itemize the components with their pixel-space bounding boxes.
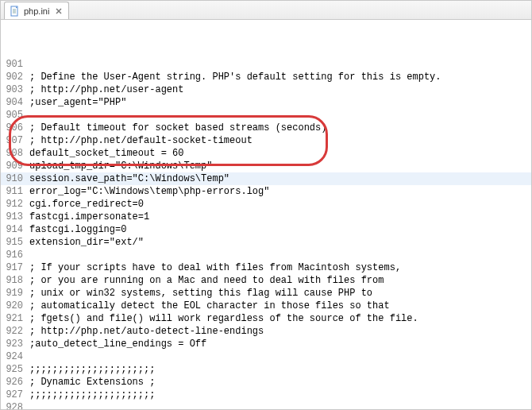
code-line[interactable]: 919; unix or win32 systems, setting this… xyxy=(1,287,531,300)
line-number: 905 xyxy=(1,109,26,122)
line-text: ;user_agent="PHP" xyxy=(26,96,126,109)
line-number: 901 xyxy=(1,58,26,71)
line-number: 924 xyxy=(1,350,26,363)
code-line[interactable]: 922; http://php.net/auto-detect-line-end… xyxy=(1,325,531,338)
line-text: ; Dynamic Extensions ; xyxy=(26,376,155,389)
close-icon[interactable] xyxy=(54,6,64,16)
code-line[interactable]: 907; http://php.net/default-socket-timeo… xyxy=(1,134,531,147)
code-line[interactable]: 926; Dynamic Extensions ; xyxy=(1,376,531,389)
code-line[interactable]: 908default_socket_timeout = 60 xyxy=(1,147,531,160)
line-number: 919 xyxy=(1,287,26,300)
code-line[interactable]: 917; If your scripts have to deal with f… xyxy=(1,261,531,274)
line-text: ; automatically detect the EOL character… xyxy=(26,300,390,312)
line-text: ;;;;;;;;;;;;;;;;;;;;;; xyxy=(26,363,155,376)
line-text: session.save_path="C:\Windows\Temp" xyxy=(26,172,229,185)
line-text: ; http://php.net/user-agent xyxy=(26,83,183,96)
line-number: 925 xyxy=(1,363,26,376)
line-number: 918 xyxy=(1,274,26,287)
line-number: 921 xyxy=(1,312,26,325)
line-text: fastcgi.logging=0 xyxy=(26,223,126,236)
line-number: 917 xyxy=(1,261,26,274)
code-line[interactable]: 916 xyxy=(1,249,531,261)
line-number: 907 xyxy=(1,134,26,147)
line-number: 910 xyxy=(1,172,26,185)
code-line[interactable]: 903; http://php.net/user-agent xyxy=(1,83,531,96)
code-line[interactable]: 912cgi.force_redirect=0 xyxy=(1,198,531,211)
code-line[interactable]: 905 xyxy=(1,109,531,122)
code-line[interactable]: 914fastcgi.logging=0 xyxy=(1,223,531,236)
line-number: 906 xyxy=(1,122,26,134)
line-number: 912 xyxy=(1,198,26,211)
line-number: 908 xyxy=(1,147,26,160)
line-number: 911 xyxy=(1,185,26,198)
code-line[interactable]: 928 xyxy=(1,401,531,409)
line-text: ; http://php.net/default-socket-timeout xyxy=(26,134,253,147)
line-text: ;auto_detect_line_endings = Off xyxy=(26,338,206,350)
line-number: 902 xyxy=(1,71,26,83)
line-number: 928 xyxy=(1,401,26,409)
code-line[interactable]: 925;;;;;;;;;;;;;;;;;;;;;; xyxy=(1,363,531,376)
line-number: 922 xyxy=(1,325,26,338)
code-line[interactable]: 902; Define the User-Agent string. PHP's… xyxy=(1,71,531,83)
line-number: 914 xyxy=(1,223,26,236)
editor-window: php.ini 901902; Define the User-Agent st… xyxy=(0,0,532,410)
code-line[interactable]: 924 xyxy=(1,350,531,363)
code-line[interactable]: 909upload_tmp_dir="C:\Windows\Temp" xyxy=(1,160,531,172)
tab-label: php.ini xyxy=(24,6,49,16)
line-text: upload_tmp_dir="C:\Windows\Temp" xyxy=(26,160,212,172)
line-text: ; http://php.net/auto-detect-line-ending… xyxy=(26,325,264,338)
line-number: 923 xyxy=(1,338,26,350)
line-text: cgi.force_redirect=0 xyxy=(26,198,144,211)
line-number: 920 xyxy=(1,300,26,312)
line-number: 909 xyxy=(1,160,26,172)
line-text: ; Define the User-Agent string. PHP's de… xyxy=(26,71,441,83)
code-line[interactable]: 921; fgets() and file() will work regard… xyxy=(1,312,531,325)
code-line[interactable]: 920; automatically detect the EOL charac… xyxy=(1,300,531,312)
line-number: 904 xyxy=(1,96,26,109)
code-line[interactable]: 901 xyxy=(1,58,531,71)
line-text: default_socket_timeout = 60 xyxy=(26,147,183,160)
code-line[interactable]: 915extension_dir="ext/" xyxy=(1,236,531,249)
line-text: error_log="C:\Windows\temp\php-errors.lo… xyxy=(26,185,269,198)
line-text: ; fgets() and file() will work regardles… xyxy=(26,312,418,325)
line-text: fastcgi.impersonate=1 xyxy=(26,211,149,223)
code-line[interactable]: 904;user_agent="PHP" xyxy=(1,96,531,109)
code-line[interactable]: 918; or you are running on a Mac and nee… xyxy=(1,274,531,287)
code-line[interactable]: 923;auto_detect_line_endings = Off xyxy=(1,338,531,350)
tab-php-ini[interactable]: php.ini xyxy=(4,2,69,19)
line-number: 916 xyxy=(1,249,26,261)
code-area[interactable]: 901902; Define the User-Agent string. PH… xyxy=(1,20,531,409)
file-icon xyxy=(10,6,21,17)
line-number: 927 xyxy=(1,389,26,401)
line-number: 913 xyxy=(1,211,26,223)
line-text: extension_dir="ext/" xyxy=(26,236,144,249)
line-text: ; or you are running on a Mac and need t… xyxy=(26,274,384,287)
line-number: 915 xyxy=(1,236,26,249)
line-text: ; If your scripts have to deal with file… xyxy=(26,261,401,274)
code-line[interactable]: 906; Default timeout for socket based st… xyxy=(1,122,531,134)
line-text: ; unix or win32 systems, setting this fl… xyxy=(26,287,372,300)
line-number: 926 xyxy=(1,376,26,389)
line-number: 903 xyxy=(1,83,26,96)
line-text: ;;;;;;;;;;;;;;;;;;;;;; xyxy=(26,389,155,401)
line-text: ; Default timeout for socket based strea… xyxy=(26,122,326,134)
tab-bar: php.ini xyxy=(1,1,531,20)
code-line[interactable]: 927;;;;;;;;;;;;;;;;;;;;;; xyxy=(1,389,531,401)
code-line[interactable]: 913fastcgi.impersonate=1 xyxy=(1,211,531,223)
code-line[interactable]: 911error_log="C:\Windows\temp\php-errors… xyxy=(1,185,531,198)
code-line[interactable]: 910session.save_path="C:\Windows\Temp" xyxy=(1,172,531,185)
